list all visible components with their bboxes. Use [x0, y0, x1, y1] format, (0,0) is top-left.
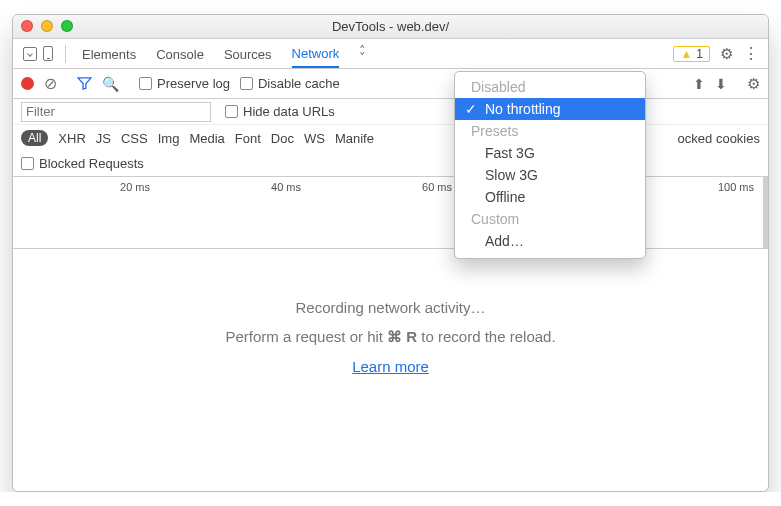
panel-tabs: Elements Console Sources Network ˄˅: [72, 39, 366, 68]
tab-sources[interactable]: Sources: [224, 40, 272, 68]
type-all[interactable]: All: [21, 130, 48, 146]
network-settings-icon[interactable]: ⚙: [747, 75, 760, 93]
tick-label: 60 ms: [422, 181, 452, 193]
record-button[interactable]: [21, 77, 34, 90]
checkbox-icon: [240, 77, 253, 90]
type-doc[interactable]: Doc: [271, 131, 294, 146]
reload-hint: Perform a request or hit ⌘ R to record t…: [225, 328, 555, 346]
overview-timeline[interactable]: 20 ms 40 ms 60 ms 100 ms: [13, 177, 768, 249]
warning-count: 1: [696, 47, 703, 61]
filter-icon[interactable]: [77, 76, 92, 91]
tick-label: 100 ms: [718, 181, 754, 193]
window-controls: [21, 20, 73, 32]
filter-input[interactable]: [21, 102, 211, 122]
disable-cache-label: Disable cache: [258, 76, 340, 91]
network-toolbar: ⊘ 🔍 Preserve log Disable cache ⬆ ⬇ ⚙: [13, 69, 768, 99]
throttling-add-custom[interactable]: Add…: [455, 230, 645, 252]
warnings-chip[interactable]: ▲ 1: [673, 46, 710, 62]
more-menu-icon[interactable]: ⋮: [743, 44, 758, 63]
throttling-dropdown: Disabled No throttling Presets Fast 3G S…: [454, 71, 646, 259]
tab-elements[interactable]: Elements: [82, 40, 136, 68]
export-har-icon[interactable]: ⬇: [715, 76, 727, 92]
checkbox-icon: [139, 77, 152, 90]
hide-data-urls-label: Hide data URLs: [243, 104, 335, 119]
settings-icon[interactable]: ⚙: [720, 45, 733, 63]
checkbox-icon: [225, 105, 238, 118]
type-manifest[interactable]: Manife: [335, 131, 374, 146]
tick-label: 40 ms: [271, 181, 301, 193]
shortcut-text: ⌘ R: [387, 328, 417, 345]
throttling-option-offline[interactable]: Offline: [455, 186, 645, 208]
request-type-bar: All XHR JS CSS Img Media Font Doc WS Man…: [13, 125, 768, 151]
device-toolbar-icon[interactable]: [43, 46, 53, 61]
blocked-cookies-trail[interactable]: ocked cookies: [678, 131, 760, 146]
type-media[interactable]: Media: [189, 131, 224, 146]
type-xhr[interactable]: XHR: [58, 131, 85, 146]
search-icon[interactable]: 🔍: [102, 76, 119, 92]
filter-bar: Hide data URLs: [13, 99, 768, 125]
throttling-option-slow-3g[interactable]: Slow 3G: [455, 164, 645, 186]
type-ws[interactable]: WS: [304, 131, 325, 146]
type-css[interactable]: CSS: [121, 131, 148, 146]
throttling-option-no-throttling[interactable]: No throttling: [455, 98, 645, 120]
timeline-scrollbar[interactable]: [763, 177, 768, 248]
throttling-disabled-header: Disabled: [455, 76, 645, 98]
main-tabbar: Elements Console Sources Network ˄˅ ▲ 1 …: [13, 39, 768, 69]
inspect-element-icon[interactable]: [23, 47, 37, 61]
throttling-presets-header: Presets: [455, 120, 645, 142]
close-window-button[interactable]: [21, 20, 33, 32]
type-font[interactable]: Font: [235, 131, 261, 146]
checkbox-icon: [21, 157, 34, 170]
disable-cache-checkbox[interactable]: Disable cache: [240, 76, 340, 91]
tab-network[interactable]: Network: [292, 39, 340, 68]
window-title: DevTools - web.dev/: [332, 19, 449, 34]
tab-console[interactable]: Console: [156, 40, 204, 68]
warning-icon: ▲: [680, 47, 692, 61]
zoom-window-button[interactable]: [61, 20, 73, 32]
learn-more-link[interactable]: Learn more: [352, 358, 429, 375]
blocked-requests-label: Blocked Requests: [39, 156, 144, 171]
minimize-window-button[interactable]: [41, 20, 53, 32]
more-tabs-icon[interactable]: ˄˅: [359, 47, 366, 61]
empty-state: Recording network activity… Perform a re…: [13, 249, 768, 425]
clear-icon[interactable]: ⊘: [44, 74, 57, 93]
import-har-icon[interactable]: ⬆: [693, 76, 705, 92]
preserve-log-checkbox[interactable]: Preserve log: [139, 76, 230, 91]
divider: [65, 45, 66, 63]
preserve-log-label: Preserve log: [157, 76, 230, 91]
tick-label: 20 ms: [120, 181, 150, 193]
type-js[interactable]: JS: [96, 131, 111, 146]
hide-data-urls-checkbox[interactable]: Hide data URLs: [225, 104, 335, 119]
recording-status: Recording network activity…: [295, 299, 485, 316]
devtools-window: DevTools - web.dev/ Elements Console Sou…: [12, 14, 769, 492]
blocked-requests-checkbox[interactable]: Blocked Requests: [21, 156, 144, 171]
type-img[interactable]: Img: [158, 131, 180, 146]
throttling-custom-header: Custom: [455, 208, 645, 230]
titlebar: DevTools - web.dev/: [13, 15, 768, 39]
throttling-option-fast-3g[interactable]: Fast 3G: [455, 142, 645, 164]
blocked-requests-bar: Blocked Requests: [13, 151, 768, 177]
